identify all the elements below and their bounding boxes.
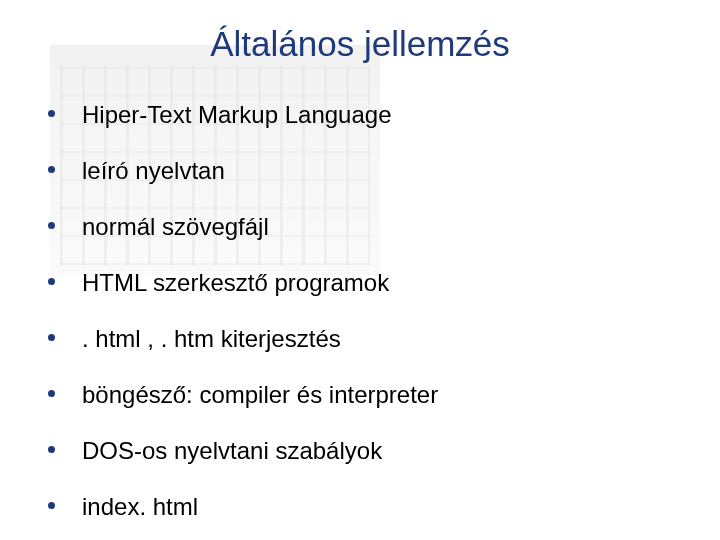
slide-content: Általános jellemzés Hiper-Text Markup La…: [0, 0, 720, 522]
list-item: HTML szerkesztő programok: [48, 268, 720, 298]
bullet-list: Hiper-Text Markup Language leíró nyelvta…: [0, 100, 720, 522]
list-item-text: Hiper-Text Markup Language: [82, 101, 392, 128]
bullet-icon: [48, 390, 55, 397]
list-item-text: DOS-os nyelvtani szabályok: [82, 437, 382, 464]
slide-title: Általános jellemzés: [0, 24, 720, 64]
bullet-icon: [48, 278, 55, 285]
list-item: . html , . htm kiterjesztés: [48, 324, 720, 354]
bullet-icon: [48, 502, 55, 509]
list-item: normál szövegfájl: [48, 212, 720, 242]
list-item: DOS-os nyelvtani szabályok: [48, 436, 720, 466]
list-item: index. html: [48, 492, 720, 522]
bullet-icon: [48, 166, 55, 173]
bullet-icon: [48, 446, 55, 453]
list-item-text: HTML szerkesztő programok: [82, 269, 389, 296]
list-item-text: index. html: [82, 493, 198, 520]
list-item-text: böngésző: compiler és interpreter: [82, 381, 438, 408]
list-item: Hiper-Text Markup Language: [48, 100, 720, 130]
bullet-icon: [48, 110, 55, 117]
list-item-text: . html , . htm kiterjesztés: [82, 325, 341, 352]
list-item: leíró nyelvtan: [48, 156, 720, 186]
bullet-icon: [48, 222, 55, 229]
bullet-icon: [48, 334, 55, 341]
list-item: böngésző: compiler és interpreter: [48, 380, 720, 410]
list-item-text: leíró nyelvtan: [82, 157, 225, 184]
list-item-text: normál szövegfájl: [82, 213, 269, 240]
